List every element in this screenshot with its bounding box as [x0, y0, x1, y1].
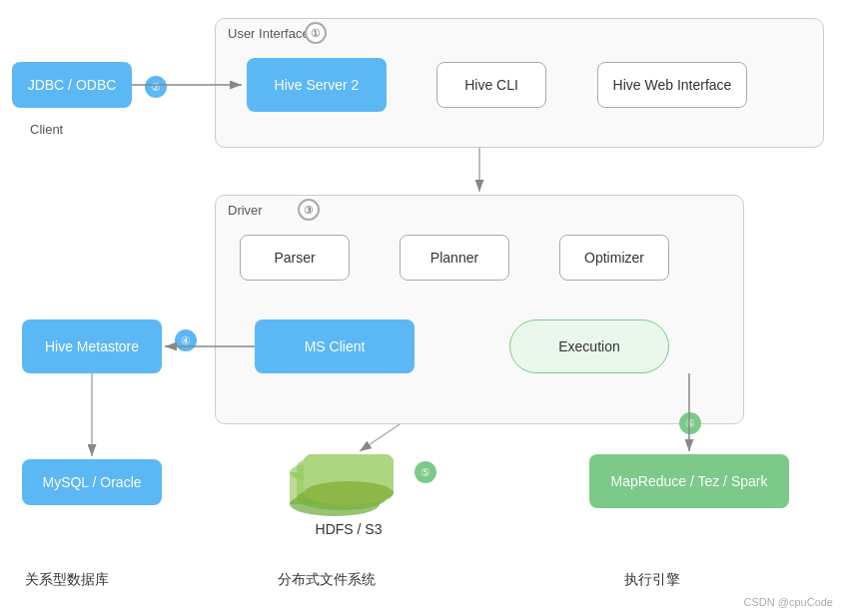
mysql-oracle-label: MySQL / Oracle [42, 474, 141, 490]
hdfs-label-box: HDFS / S3 [294, 514, 404, 544]
distributed-fs-label: 分布式文件系统 [278, 571, 376, 589]
circle-2: ② [145, 76, 167, 98]
jdbc-odbc-box: JDBC / ODBC [12, 62, 132, 108]
circle-6: ⑥ [679, 412, 701, 434]
parser-box: Parser [240, 235, 350, 281]
hive-metastore-box: Hive Metastore [22, 319, 162, 373]
circle-1: ① [305, 22, 327, 44]
optimizer-label: Optimizer [584, 250, 644, 266]
hive-metastore-label: Hive Metastore [45, 338, 139, 354]
execution-box: Execution [509, 319, 669, 373]
planner-label: Planner [430, 250, 478, 266]
ms-client-box: MS Client [255, 319, 415, 373]
hive-cli-box: Hive CLI [436, 62, 546, 108]
parser-label: Parser [274, 250, 315, 266]
ms-client-label: MS Client [305, 338, 366, 354]
hive-web-label: Hive Web Interface [613, 77, 732, 93]
hive-cli-label: Hive CLI [464, 77, 518, 93]
hdfs-s3-label: HDFS / S3 [316, 521, 383, 537]
circle-5: ⑤ [415, 461, 436, 483]
hive-server2-label: Hive Server 2 [275, 77, 360, 93]
mapreduce-label: MapReduce / Tez / Spark [611, 473, 768, 489]
execution-label: Execution [558, 338, 619, 354]
client-label: Client [30, 122, 63, 137]
diagram-container: User Interface ① Hive Server 2 Hive CLI … [0, 0, 841, 616]
execution-engine-label: 执行引擎 [624, 571, 680, 589]
mapreduce-box: MapReduce / Tez / Spark [589, 454, 789, 508]
circle-4: ④ [175, 329, 197, 351]
optimizer-box: Optimizer [559, 235, 669, 281]
user-interface-label: User Interface [228, 26, 310, 41]
planner-box: Planner [400, 235, 509, 281]
jdbc-odbc-label: JDBC / ODBC [28, 77, 117, 93]
relational-db-label: 关系型数据库 [25, 571, 109, 589]
watermark: CSDN @cpuCode [744, 596, 833, 608]
hive-web-box: Hive Web Interface [597, 62, 747, 108]
mysql-oracle-box: MySQL / Oracle [22, 459, 162, 505]
svg-point-8 [304, 481, 394, 505]
driver-section [215, 195, 744, 424]
driver-label: Driver [228, 203, 263, 218]
circle-3: ③ [298, 199, 320, 221]
svg-line-16 [360, 424, 400, 451]
hive-server2-box: Hive Server 2 [247, 58, 387, 112]
